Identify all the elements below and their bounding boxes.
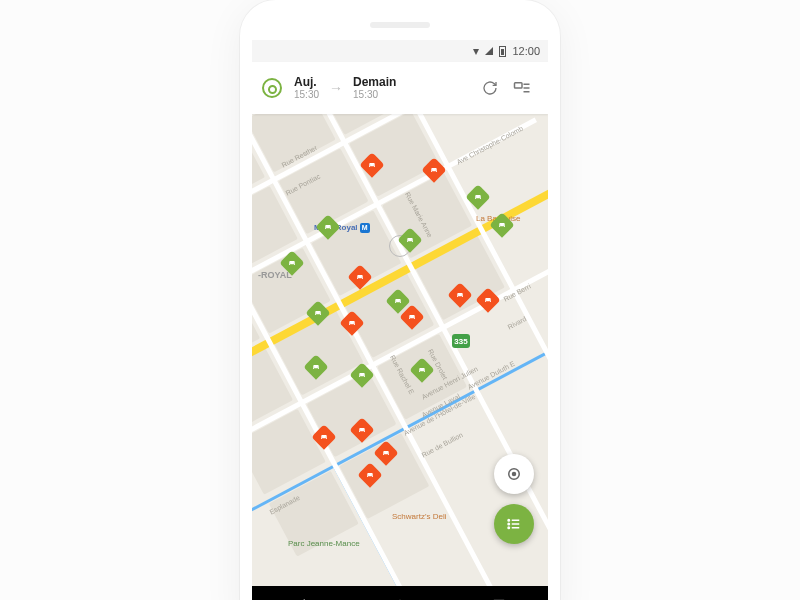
svg-point-5	[508, 527, 510, 529]
poi-label[interactable]: Schwartz's Deli	[392, 512, 446, 521]
crosshair-icon	[505, 465, 523, 483]
date-range-selector[interactable]: Auj. 15:30 → Demain 15:30	[294, 76, 474, 100]
filter-icon	[513, 80, 531, 96]
arrow-right-icon: →	[329, 80, 343, 96]
app-logo-icon[interactable]	[262, 78, 282, 98]
app-bar: Auj. 15:30 → Demain 15:30	[252, 62, 548, 114]
date-from-time: 15:30	[294, 89, 319, 100]
svg-point-2	[513, 473, 516, 476]
route-badge[interactable]: 335	[452, 334, 470, 348]
refresh-button[interactable]	[474, 72, 506, 104]
wifi-icon: ▾	[473, 44, 479, 58]
refresh-icon	[482, 80, 498, 96]
signal-icon	[485, 47, 493, 55]
date-to-time: 15:30	[353, 89, 396, 100]
svg-point-4	[508, 523, 510, 525]
phone-frame: ▾ 12:00 Auj. 15:30 → Demain 15:30	[240, 0, 560, 600]
list-icon	[505, 515, 523, 533]
battery-icon	[499, 46, 506, 57]
phone-speaker	[370, 22, 430, 28]
date-to[interactable]: Demain 15:30	[353, 76, 396, 100]
poi-label[interactable]: Parc Jeanne-Mance	[288, 539, 360, 548]
date-from-label: Auj.	[294, 76, 319, 89]
screen: ▾ 12:00 Auj. 15:30 → Demain 15:30	[252, 40, 548, 600]
svg-point-3	[508, 520, 510, 522]
svg-rect-0	[515, 83, 523, 88]
date-to-label: Demain	[353, 76, 396, 89]
status-bar: ▾ 12:00	[252, 40, 548, 62]
locate-me-button[interactable]	[494, 454, 534, 494]
area-label: -ROYAL	[258, 270, 292, 280]
filter-button[interactable]	[506, 72, 538, 104]
android-nav-bar	[252, 586, 548, 600]
status-time: 12:00	[512, 45, 540, 57]
map-view[interactable]: Rue Resther Rue Pontiac Rue Marie Anne A…	[252, 114, 548, 586]
metro-icon: M	[360, 223, 370, 233]
list-view-button[interactable]	[494, 504, 534, 544]
date-from[interactable]: Auj. 15:30	[294, 76, 319, 100]
